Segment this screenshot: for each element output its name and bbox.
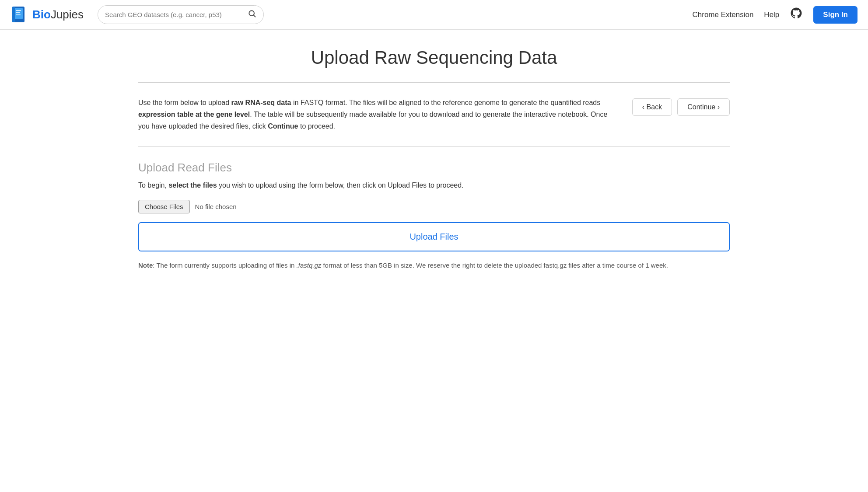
upload-section: Upload Read Files To begin, select the f… <box>138 161 730 271</box>
svg-rect-1 <box>14 8 23 19</box>
main-content: Upload Raw Sequencing Data Use the form … <box>128 30 740 288</box>
logo-link[interactable]: BioJupies <box>10 6 84 24</box>
github-icon[interactable] <box>790 7 803 23</box>
file-input-row: Choose Files No file chosen <box>138 200 730 213</box>
signin-button[interactable]: Sign In <box>813 6 858 24</box>
upload-instruction: To begin, select the files you wish to u… <box>138 181 730 189</box>
chrome-extension-link[interactable]: Chrome Extension <box>693 10 754 19</box>
navbar: BioJupies Chrome Extension Help Sign In <box>0 0 868 30</box>
logo-icon <box>10 6 29 24</box>
no-file-label: No file chosen <box>195 203 237 210</box>
svg-line-7 <box>254 15 256 17</box>
svg-rect-4 <box>16 12 20 13</box>
svg-rect-5 <box>16 14 21 15</box>
svg-rect-3 <box>16 10 21 11</box>
search-icon <box>248 9 256 20</box>
search-bar[interactable] <box>98 5 264 24</box>
page-title: Upload Raw Sequencing Data <box>138 47 730 68</box>
upload-divider <box>138 147 730 147</box>
title-divider <box>138 82 730 83</box>
continue-button[interactable]: Continue › <box>677 98 730 116</box>
note-text: Note: The form currently supports upload… <box>138 260 730 271</box>
upload-section-title: Upload Read Files <box>138 161 730 174</box>
choose-files-button[interactable]: Choose Files <box>138 200 190 213</box>
nav-buttons: ‹ Back Continue › <box>632 98 730 116</box>
nav-links: Chrome Extension Help Sign In <box>693 6 858 24</box>
logo-text: BioJupies <box>32 8 84 21</box>
upload-files-button[interactable]: Upload Files <box>138 222 730 251</box>
search-input[interactable] <box>105 11 244 18</box>
svg-rect-2 <box>12 7 15 22</box>
description-section: Use the form below to upload raw RNA-seq… <box>138 97 730 133</box>
description-text: Use the form below to upload raw RNA-seq… <box>138 97 615 133</box>
help-link[interactable]: Help <box>764 10 779 19</box>
back-button[interactable]: ‹ Back <box>632 98 672 116</box>
